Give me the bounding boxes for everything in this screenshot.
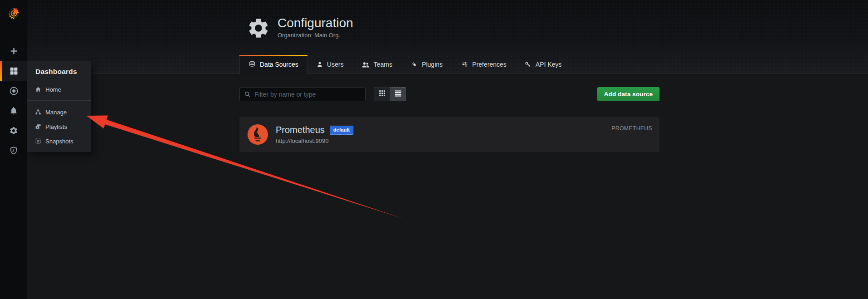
datasource-info: Prometheus default http://localhost:9090 (276, 125, 353, 144)
datasource-card-prometheus[interactable]: Prometheus default http://localhost:9090… (239, 117, 660, 152)
config-tabs: Data Sources Users Teams Plugins (239, 55, 571, 74)
datasource-name[interactable]: Prometheus (276, 125, 325, 135)
user-icon (317, 61, 323, 68)
sliders-icon (461, 61, 468, 68)
filter-box (239, 87, 366, 101)
sidebar-item-server-admin[interactable] (0, 141, 27, 161)
camera-stamp-icon (35, 138, 41, 144)
flyout-item-label: Playlists (45, 123, 67, 130)
tab-label: Users (327, 61, 344, 68)
flyout-item-snapshots[interactable]: Snapshots (27, 134, 91, 148)
tab-data-sources[interactable]: Data Sources (239, 55, 308, 74)
flyout-item-label: Snapshots (45, 138, 73, 145)
grid-view-icon (378, 89, 386, 99)
tab-label: Data Sources (260, 61, 298, 68)
flyout-item-playlists[interactable]: Playlists (27, 119, 91, 134)
page-title: Configuration (278, 16, 353, 30)
page-header: Configuration Organization: Main Org. (247, 16, 353, 42)
add-data-source-button[interactable]: Add data source (597, 87, 660, 101)
filter-input[interactable] (240, 88, 365, 101)
default-badge: default (330, 126, 353, 135)
search-icon (244, 91, 251, 100)
shield-icon (9, 146, 18, 155)
datasource-url: http://localhost:9090 (276, 137, 353, 144)
tab-teams[interactable]: Teams (352, 55, 401, 74)
gear-icon (247, 16, 270, 42)
tab-label: Preferences (472, 61, 506, 68)
sidebar-item-dashboards[interactable] (0, 61, 27, 81)
grid-view-button[interactable] (374, 87, 390, 101)
sidebar-item-alerting[interactable] (0, 101, 27, 121)
database-icon (248, 61, 256, 68)
main-content: Configuration Organization: Main Org. Da… (239, 0, 660, 299)
grafana-configuration-page: Configuration Organization: Main Org. Da… (0, 0, 868, 299)
tab-label: Plugins (422, 61, 443, 68)
plug-icon (411, 61, 418, 68)
tab-preferences[interactable]: Preferences (452, 55, 516, 74)
tab-api-keys[interactable]: API Keys (516, 55, 571, 74)
view-mode-toggle (374, 87, 406, 101)
flyout-title[interactable]: Dashboards (27, 61, 91, 81)
playlist-icon (35, 123, 41, 130)
list-view-button[interactable] (390, 87, 406, 101)
flyout-item-manage[interactable]: Manage (27, 105, 91, 119)
page-subtitle: Organization: Main Org. (278, 32, 353, 39)
tab-plugins[interactable]: Plugins (402, 55, 452, 74)
prometheus-logo (247, 124, 268, 145)
flyout-item-home[interactable]: Home (27, 81, 91, 98)
side-nav (0, 41, 27, 161)
datasource-type-label: PROMETHEUS (611, 125, 652, 132)
sidebar-item-explore[interactable] (0, 81, 27, 101)
flyout-item-label: Home (45, 86, 61, 93)
users-icon (362, 61, 369, 68)
sitemap-icon (35, 109, 41, 115)
flyout-divider (27, 100, 91, 101)
dashboards-grid-icon (9, 66, 19, 76)
list-view-icon (394, 89, 402, 99)
compass-icon (9, 86, 19, 96)
side-menu (0, 0, 27, 299)
page-titles: Configuration Organization: Main Org. (278, 16, 353, 39)
tab-label: API Keys (536, 61, 562, 68)
dashboards-flyout-menu: Dashboards Home Manage Playlists Snapsho… (27, 61, 91, 152)
flyout-item-label: Manage (45, 109, 67, 116)
sidebar-item-configuration[interactable] (0, 121, 27, 141)
tab-users[interactable]: Users (308, 55, 353, 74)
grafana-logo[interactable] (0, 0, 27, 26)
bell-icon (9, 106, 18, 115)
gear-icon (9, 126, 18, 135)
sidebar-item-create[interactable] (0, 41, 27, 61)
datasources-toolbar: Add data source (239, 87, 660, 101)
tab-label: Teams (373, 61, 392, 68)
plus-icon (10, 47, 18, 55)
key-icon (525, 61, 531, 68)
home-icon (35, 86, 41, 93)
